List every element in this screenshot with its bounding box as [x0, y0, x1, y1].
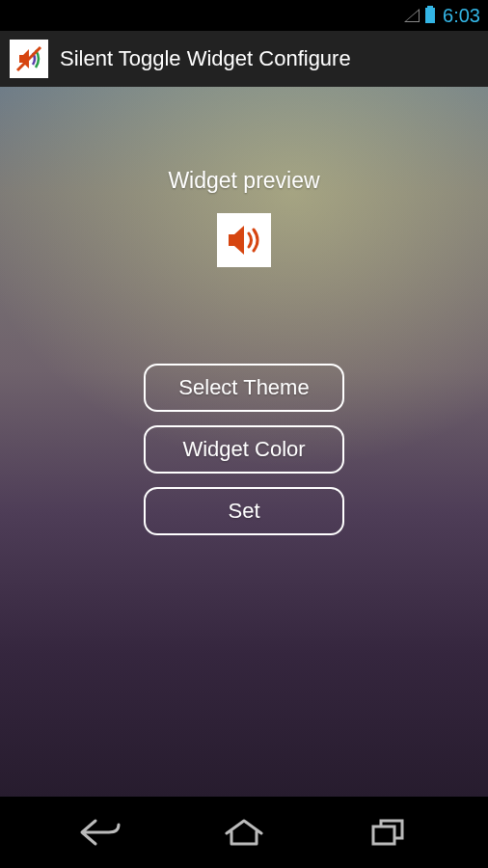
home-button[interactable]: [210, 808, 278, 856]
widget-preview-label: Widget preview: [168, 168, 319, 194]
speaker-on-icon: [223, 219, 265, 261]
button-group: Select Theme Widget Color Set: [144, 364, 344, 535]
back-button[interactable]: [67, 808, 134, 856]
home-icon: [223, 818, 265, 847]
signal-icon: [404, 9, 420, 22]
set-button[interactable]: Set: [144, 487, 344, 535]
widget-preview: [217, 213, 271, 267]
content-area: Widget preview Select Theme Widget Color…: [0, 87, 488, 797]
page-title: Silent Toggle Widget Configure: [60, 46, 351, 71]
select-theme-button[interactable]: Select Theme: [144, 364, 344, 412]
back-icon: [78, 817, 122, 848]
widget-color-button[interactable]: Widget Color: [144, 425, 344, 474]
status-time: 6:03: [443, 5, 480, 27]
status-bar: 6:03: [0, 0, 488, 31]
recent-apps-icon: [369, 817, 406, 848]
app-icon: [10, 40, 48, 78]
action-bar: Silent Toggle Widget Configure: [0, 31, 488, 87]
battery-icon: [425, 8, 435, 23]
svg-rect-1: [373, 827, 394, 844]
recent-apps-button[interactable]: [354, 808, 421, 856]
navigation-bar: [0, 797, 488, 868]
